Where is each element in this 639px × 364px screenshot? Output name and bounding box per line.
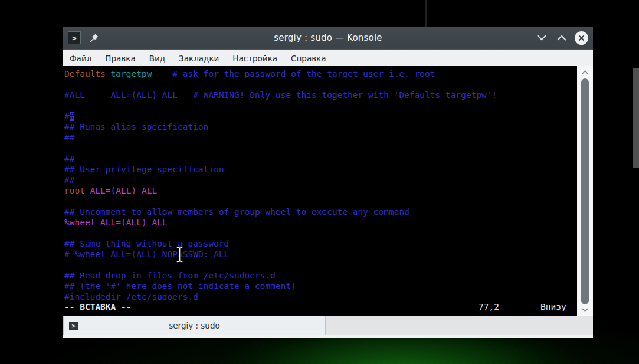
vim-scroll-state: Внизу — [540, 301, 566, 312]
menu-bar: Файл Правка Вид Закладки Настройка Справ… — [63, 50, 593, 66]
scroll-up-arrow[interactable] — [577, 67, 593, 77]
terminal-line: Defaults targetpw # ask for the password… — [64, 68, 577, 79]
menu-bookmarks[interactable]: Закладки — [179, 54, 219, 63]
menu-settings[interactable]: Настройка — [232, 54, 277, 63]
terminal-line — [64, 228, 577, 238]
terminal-line — [64, 260, 577, 270]
vim-status-line: -- ВСТАВКА -- 77,2 Внизу — [64, 301, 577, 312]
terminal-scrollbar[interactable] — [577, 66, 593, 316]
tab-sergiy-sudo[interactable]: > sergiy : sudo — [63, 316, 326, 335]
terminal-line: root ALL=(ALL) ALL — [64, 185, 577, 196]
terminal-line: ## User privilege specification — [64, 164, 577, 175]
terminal-lines: Defaults targetpw # ask for the password… — [63, 66, 577, 316]
terminal-line: ## — [64, 175, 577, 185]
tab-bar: > sergiy : sudo — [63, 316, 593, 335]
menu-file[interactable]: Файл — [70, 54, 91, 63]
terminal-line: #includedir /etc/sudoers.d — [64, 291, 577, 302]
window-bottom-edge — [63, 335, 593, 338]
terminal-area[interactable]: Defaults targetpw # ask for the password… — [63, 66, 593, 316]
chevron-up-icon — [582, 70, 588, 74]
terminal-line: #ALL ALL=(ALL) ALL # WARNING! Only use t… — [64, 90, 577, 100]
scrollbar-thumb[interactable] — [581, 78, 589, 304]
terminal-line: ## Same thing without a password — [64, 238, 577, 249]
terminal-line: %wheel ALL=(ALL) ALL — [64, 217, 577, 228]
menu-edit[interactable]: Правка — [105, 54, 135, 63]
vim-mode: -- ВСТАВКА -- — [64, 301, 132, 312]
terminal-line: ## — [64, 132, 577, 143]
terminal-line: ## Runas alias specification — [64, 122, 577, 132]
terminal-line — [64, 100, 577, 111]
tab-label: sergiy : sudo — [169, 321, 220, 330]
chevron-down-icon — [537, 35, 546, 41]
terminal-line: ## — [64, 153, 577, 164]
tab-icon: > — [69, 322, 78, 330]
terminal-line: # %wheel ALL=(ALL) NOPASSWD: ALL — [64, 249, 577, 260]
terminal-line: ## — [64, 111, 577, 122]
close-icon — [578, 35, 585, 41]
window-title: sergiy : sudo — Konsole — [63, 32, 593, 43]
menu-view[interactable]: Вид — [149, 54, 165, 63]
tab-icon-glyph: > — [71, 323, 75, 329]
terminal-line: ## Read drop-in files from /etc/sudoers.… — [64, 270, 577, 281]
close-button[interactable] — [575, 31, 588, 45]
chevron-up-icon — [557, 35, 566, 41]
terminal-line: ## (the '#' here does not indicate a com… — [64, 281, 577, 291]
vim-cursor-position: 77,2 — [479, 301, 499, 312]
scroll-down-arrow[interactable] — [577, 305, 593, 314]
background-scrollbar[interactable] — [633, 68, 639, 168]
wallpaper-line — [425, 0, 427, 27]
konsole-window: > sergiy : sudo — Konsole — [63, 27, 593, 338]
titlebar[interactable]: > sergiy : sudo — Konsole — [63, 27, 593, 49]
menu-help[interactable]: Справка — [291, 54, 326, 63]
chevron-down-icon — [582, 308, 588, 312]
terminal-line — [64, 79, 577, 90]
minimize-button[interactable] — [535, 31, 549, 45]
terminal-line: ## Uncomment to allow members of group w… — [64, 206, 577, 217]
desktop: > sergiy : sudo — Konsole — [0, 0, 639, 364]
maximize-button[interactable] — [555, 31, 569, 45]
terminal-line — [64, 196, 577, 206]
terminal-line — [64, 143, 577, 153]
